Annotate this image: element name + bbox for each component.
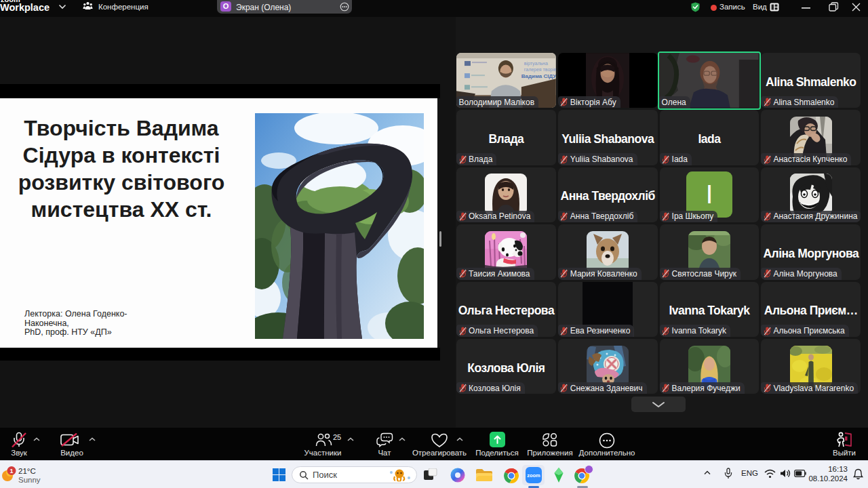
svg-text:1: 1 [9, 468, 13, 474]
svg-text:Вадима СІДУРА: Вадима СІДУРА [521, 73, 556, 79]
svg-text:віртуальна: віртуальна [524, 61, 548, 66]
svg-text:галерея творів: галерея творів [524, 67, 556, 73]
